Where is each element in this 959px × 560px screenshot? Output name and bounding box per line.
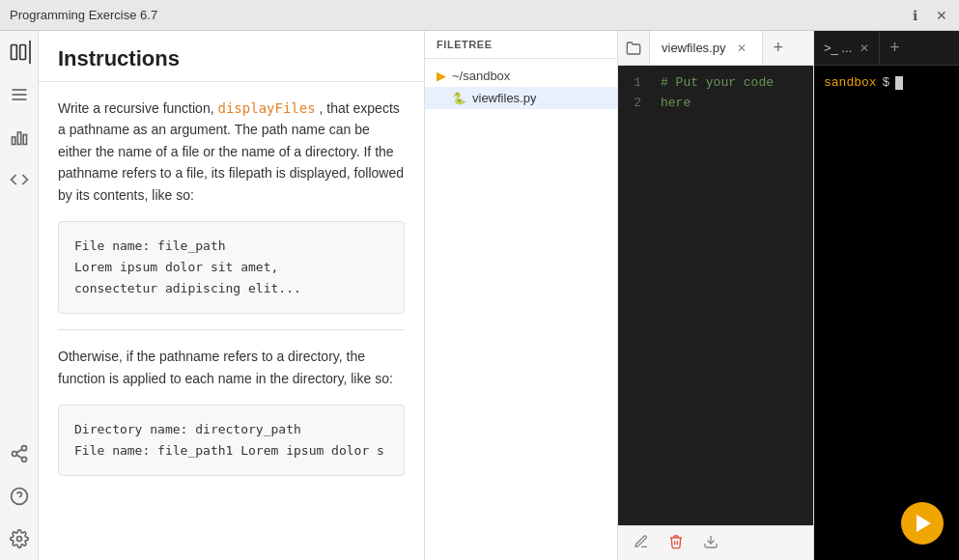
terminal-tab-label: >_ ... bbox=[824, 41, 852, 55]
pencil-icon[interactable] bbox=[630, 530, 653, 557]
sidebar-item-book[interactable] bbox=[8, 41, 31, 64]
files-tab-icon[interactable] bbox=[618, 31, 650, 65]
editor-content[interactable]: 1 2 # Put your code here bbox=[618, 66, 813, 525]
svg-point-15 bbox=[16, 537, 21, 542]
function-name: displayFiles bbox=[217, 100, 315, 116]
sidebar-item-settings[interactable] bbox=[8, 527, 31, 550]
main-layout: Instructions Write a recursive function,… bbox=[0, 31, 959, 560]
svg-rect-7 bbox=[23, 135, 26, 145]
editor-tab-viewfiles[interactable]: viewfiles.py ✕ bbox=[650, 31, 763, 65]
instructions-paragraph2: Otherwise, if the pathname refers to a d… bbox=[58, 346, 405, 389]
info-icon[interactable]: ℹ bbox=[907, 8, 922, 23]
editor-tab-name: viewfiles.py bbox=[662, 41, 725, 55]
instructions-paragraph1: Write a recursive function, displayFiles… bbox=[58, 98, 405, 206]
code-line-2 bbox=[661, 114, 805, 134]
terminal-panel: >_ ... ✕ + sandbox $ bbox=[814, 31, 959, 560]
titlebar: Programming Exercise 6.7 ℹ ✕ bbox=[0, 0, 959, 31]
run-button-icon bbox=[917, 515, 931, 532]
download-icon[interactable] bbox=[699, 530, 722, 557]
folder-name: ~/sandbox bbox=[452, 69, 510, 83]
svg-rect-0 bbox=[11, 45, 16, 60]
code-area: # Put your code here bbox=[653, 73, 813, 518]
instructions-content[interactable]: Write a recursive function, displayFiles… bbox=[39, 82, 424, 560]
section-divider bbox=[58, 329, 405, 330]
svg-rect-6 bbox=[17, 132, 20, 145]
sidebar-bottom bbox=[8, 442, 31, 560]
svg-point-10 bbox=[21, 457, 26, 462]
sidebar-item-help[interactable] bbox=[8, 485, 31, 508]
terminal-content[interactable]: sandbox $ bbox=[814, 66, 959, 560]
close-icon[interactable]: ✕ bbox=[934, 8, 949, 23]
file-name: viewfiles.py bbox=[472, 91, 536, 105]
terminal-tab[interactable]: >_ ... ✕ bbox=[814, 31, 880, 65]
code-line-1: # Put your code here bbox=[661, 73, 805, 114]
terminal-prompt: sandbox $ bbox=[824, 75, 949, 90]
svg-rect-1 bbox=[19, 45, 25, 60]
terminal-sandbox-label: sandbox bbox=[824, 75, 877, 90]
editor-panel: viewfiles.py ✕ + 1 2 # Put your code her… bbox=[618, 31, 814, 560]
code-block-2: Directory name: directory_path File name… bbox=[58, 405, 405, 476]
terminal-tab-add[interactable]: + bbox=[880, 38, 910, 58]
trash-icon[interactable] bbox=[664, 530, 688, 557]
terminal-cursor bbox=[895, 76, 903, 90]
python-file-icon: 🐍 bbox=[452, 92, 466, 105]
sidebar-item-list[interactable] bbox=[8, 83, 31, 106]
filetree-file-viewfiles[interactable]: 🐍 viewfiles.py bbox=[425, 87, 617, 109]
run-button[interactable] bbox=[901, 502, 944, 545]
svg-rect-5 bbox=[12, 137, 14, 145]
sidebar-item-chart[interactable] bbox=[8, 126, 31, 149]
sidebar bbox=[0, 31, 39, 560]
sidebar-item-code[interactable] bbox=[8, 168, 31, 191]
editor-tab-add[interactable]: + bbox=[763, 31, 793, 65]
terminal-tab-close[interactable]: ✕ bbox=[860, 42, 869, 55]
instructions-panel: Instructions Write a recursive function,… bbox=[39, 31, 425, 560]
filetree-panel: FILETREE ▶ ~/sandbox 🐍 viewfiles.py bbox=[425, 31, 618, 560]
titlebar-controls: ℹ ✕ bbox=[907, 8, 949, 23]
sidebar-item-share[interactable] bbox=[8, 442, 31, 465]
code-block-1: File name: file_path Lorem ipsum dolor s… bbox=[58, 221, 405, 314]
window-title: Programming Exercise 6.7 bbox=[10, 8, 157, 22]
filetree-folder-sandbox[interactable]: ▶ ~/sandbox bbox=[425, 65, 617, 87]
filetree-header: FILETREE bbox=[425, 31, 617, 59]
svg-point-9 bbox=[12, 452, 16, 457]
filetree-content: ▶ ~/sandbox 🐍 viewfiles.py bbox=[425, 59, 617, 560]
svg-line-11 bbox=[16, 455, 22, 458]
instructions-header: Instructions bbox=[39, 31, 424, 82]
line-numbers: 1 2 bbox=[618, 73, 653, 518]
editor-tab-close[interactable]: ✕ bbox=[733, 40, 750, 57]
instructions-title: Instructions bbox=[58, 46, 405, 71]
svg-point-8 bbox=[21, 446, 26, 451]
editor-tabs: viewfiles.py ✕ + bbox=[618, 31, 813, 66]
svg-line-12 bbox=[16, 449, 22, 452]
terminal-tabs: >_ ... ✕ + bbox=[814, 31, 959, 66]
terminal-dollar: $ bbox=[883, 75, 890, 90]
editor-footer bbox=[618, 525, 813, 560]
folder-icon: ▶ bbox=[437, 69, 446, 83]
